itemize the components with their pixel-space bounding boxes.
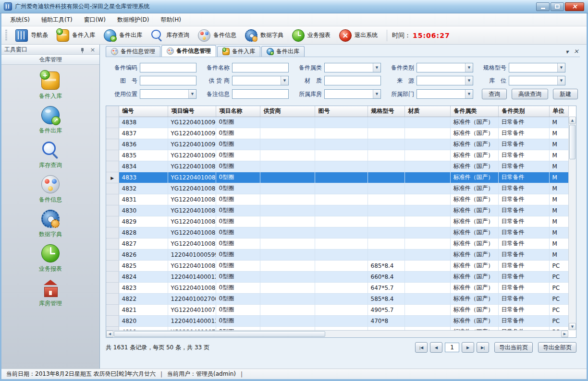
part-category-select[interactable]: [324, 63, 381, 72]
advanced-query-button[interactable]: 高级查询: [512, 89, 548, 99]
table-row[interactable]: 4833YG122040100880型圈标准件（国产）日常备件M: [106, 172, 568, 183]
source-select[interactable]: [416, 76, 473, 85]
close-tab-icon[interactable]: [573, 48, 580, 55]
warehouse-select[interactable]: [324, 89, 381, 99]
table-row[interactable]: 4837YG122040100920型圈标准件（国产）日常备件M: [106, 128, 568, 139]
toolbar-exit-button[interactable]: 退出系统: [335, 28, 382, 43]
close-panel-icon[interactable]: [89, 46, 97, 53]
spec-model-select[interactable]: [509, 63, 565, 72]
sidebar-item-parts-info[interactable]: 备件信息: [1, 175, 99, 204]
sidebar-item-parts-in[interactable]: 备件入库: [1, 71, 99, 100]
table-row[interactable]: 4828YG122040100830型圈标准件（国产）日常备件M: [106, 227, 568, 238]
table-row[interactable]: 4831YG122040100860型圈标准件（国产）日常备件M: [106, 194, 568, 205]
scroll-right-icon[interactable]: [561, 331, 568, 337]
part-name-input[interactable]: [232, 63, 289, 72]
sidebar-item-parts-out[interactable]: 备件出库: [1, 106, 99, 135]
first-page-button[interactable]: |◀: [415, 342, 428, 353]
menu-item-0[interactable]: 系统(S): [4, 14, 36, 26]
table-row[interactable]: 4836YG122040100910型圈标准件（国产）日常备件M: [106, 139, 568, 150]
new-button[interactable]: 新建: [553, 89, 578, 99]
horizontal-scrollbar[interactable]: [106, 330, 568, 337]
column-header-9[interactable]: 单位: [549, 106, 568, 117]
tab-3[interactable]: 备件出库: [261, 46, 305, 57]
cell: [260, 183, 315, 194]
sidebar-item-inventory-query[interactable]: 库存查询: [1, 141, 99, 169]
toolbar-parts-info-button[interactable]: 备件信息: [194, 28, 241, 43]
table-row[interactable]: 4827YG122040100820型圈标准件（国产）日常备件M: [106, 238, 568, 249]
table-row[interactable]: 4835YG122040100900型圈标准件（国产）日常备件M: [106, 150, 568, 161]
column-header-7[interactable]: 备件属类: [450, 106, 498, 117]
last-page-button[interactable]: ▶|: [477, 342, 489, 353]
prev-page-button[interactable]: ◀: [430, 342, 442, 353]
column-header-5[interactable]: 规格型号: [368, 106, 404, 117]
toolbar-grip[interactable]: [5, 30, 7, 41]
table-row[interactable]: 482212204010027000型圈585*8.4标准件（国产）日常备件PC: [106, 293, 568, 304]
menu-item-4[interactable]: 帮助(H): [155, 14, 187, 26]
table-row[interactable]: 482012204014000130型圈470*8标准件（国产）日常备件PC: [106, 315, 568, 326]
column-header-1[interactable]: 项目编号: [168, 106, 216, 117]
page-number-input[interactable]: [445, 343, 459, 352]
column-header-0[interactable]: 编号: [119, 106, 168, 117]
toolbar-data-dict-button[interactable]: 数据字典: [241, 28, 288, 43]
table-row[interactable]: 4838YG122040100930型圈标准件（国产）日常备件M: [106, 117, 568, 128]
table-row[interactable]: 4829YG122040100840型圈标准件（国产）日常备件M: [106, 216, 568, 227]
table-row[interactable]: 4821YG122040100790型圈490*5.7标准件（国产）日常备件PC: [106, 304, 568, 315]
column-header-8[interactable]: 备件类别: [498, 106, 549, 117]
tab-2[interactable]: 备件入库: [217, 46, 260, 57]
supplier-select[interactable]: [232, 76, 289, 85]
menu-item-1[interactable]: 辅助工具(T): [36, 14, 78, 26]
menu-item-2[interactable]: 窗口(W): [78, 14, 111, 26]
vertical-scrollbar[interactable]: [568, 117, 576, 330]
horizontal-scroll-thumb[interactable]: [114, 331, 325, 337]
column-header-6[interactable]: 材质: [404, 106, 450, 117]
scroll-left-icon[interactable]: [106, 331, 113, 337]
table-row[interactable]: 4823YG122040100800型圈647*5.7标准件（国产）日常备件PC: [106, 282, 568, 293]
remark-input[interactable]: [232, 89, 289, 99]
table-row[interactable]: 4832YG122040100870型圈标准件（国产）日常备件M: [106, 183, 568, 194]
toolbar-inventory-query-button[interactable]: 库存查询: [147, 28, 194, 43]
row-indicator: [106, 282, 119, 293]
pin-icon[interactable]: [78, 46, 86, 53]
sidebar-item-warehouse[interactable]: 库房管理: [1, 279, 99, 308]
menu-item-3[interactable]: 数据维护(D): [111, 14, 155, 26]
sidebar-item-report[interactable]: 业务报表: [1, 244, 99, 273]
material-input[interactable]: [324, 76, 381, 85]
toolbar-parts-out-button[interactable]: 备件出库: [99, 28, 147, 43]
usage-position-select[interactable]: [140, 89, 196, 99]
table-row[interactable]: 4834YG122040100890型圈标准件（国产）日常备件M: [106, 161, 568, 172]
cell: 0型圈: [216, 172, 260, 183]
table-row[interactable]: 482412204014000120型圈660*8.4标准件（国产）日常备件PC: [106, 271, 568, 282]
minimize-button[interactable]: [536, 2, 550, 11]
tab-1[interactable]: 备件信息管理: [161, 45, 216, 57]
table-row[interactable]: 4830YG122040100850型圈标准件（国产）日常备件M: [106, 205, 568, 216]
column-header-2[interactable]: 项目名称: [216, 106, 260, 117]
query-button[interactable]: 查询: [482, 89, 507, 99]
location-select[interactable]: [509, 76, 565, 85]
table-row[interactable]: 4819YG122040100780型圈标准件（国产）日常备件PC: [106, 326, 568, 330]
close-button[interactable]: [565, 2, 584, 11]
scroll-up-icon[interactable]: [569, 117, 576, 124]
tab-0[interactable]: 备件信息管理: [106, 46, 160, 57]
drawing-no-input[interactable]: [140, 76, 196, 85]
scroll-down-icon[interactable]: [569, 323, 576, 330]
cell: 4827: [119, 238, 168, 249]
export-current-page-button[interactable]: 导出当前页: [494, 342, 533, 353]
toolbar-parts-in-button[interactable]: 备件入库: [52, 28, 99, 43]
cell: M: [549, 249, 568, 260]
column-header-4[interactable]: 图号: [315, 106, 368, 117]
titlebar[interactable]: 广州爱奇迪软件科技有限公司-深田之星仓库管理系统: [0, 0, 588, 13]
table-row[interactable]: 482612204010005990型圈标准件（国产）日常备件M: [106, 249, 568, 260]
maximize-button[interactable]: [551, 2, 564, 11]
toolbar-report-button[interactable]: 业务报表: [288, 28, 335, 43]
sidebar-item-data-dict[interactable]: 数据字典: [1, 210, 99, 238]
part-code-input[interactable]: [140, 63, 196, 72]
export-all-pages-button[interactable]: 导出全部页: [538, 342, 576, 353]
vertical-scroll-thumb[interactable]: [569, 125, 576, 159]
next-page-button[interactable]: ▶: [462, 342, 474, 353]
department-select[interactable]: [416, 89, 473, 99]
table-row[interactable]: 4825YG122040100810型圈685*8.4标准件（国产）日常备件PC: [106, 260, 568, 271]
tab-list-dropdown-icon[interactable]: [564, 48, 571, 55]
part-type-select[interactable]: [416, 63, 473, 72]
column-header-3[interactable]: 供货商: [260, 106, 315, 117]
toolbar-navbar-button[interactable]: 导航条: [11, 28, 52, 43]
